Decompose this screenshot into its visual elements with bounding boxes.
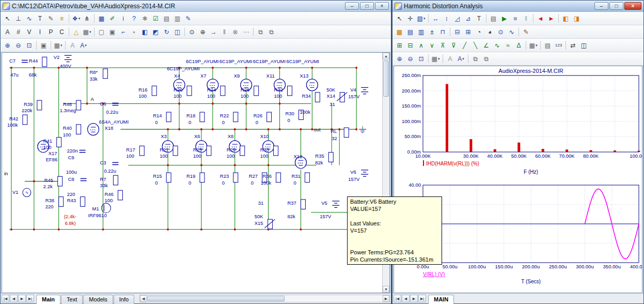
- numeric-output-icon[interactable]: 123: [553, 40, 564, 51]
- component-label[interactable]: V4: [350, 86, 356, 92]
- component-label[interactable]: R29: [227, 146, 235, 152]
- component-label[interactable]: R28: [241, 86, 249, 92]
- zoom-out-icon[interactable]: ⊖: [405, 53, 416, 64]
- component-label[interactable]: 100: [260, 153, 269, 159]
- ruler-icon[interactable]: ▥: [416, 26, 427, 37]
- component-label[interactable]: R17: [126, 146, 135, 152]
- component-label[interactable]: R39: [24, 101, 33, 107]
- text-tool[interactable]: T: [35, 13, 45, 24]
- component-label[interactable]: R19: [186, 173, 195, 179]
- component-label[interactable]: 31: [258, 200, 264, 206]
- component-label[interactable]: V6: [350, 169, 356, 175]
- horizontal-axis-icon[interactable]: ⊟: [452, 26, 463, 37]
- component-label[interactable]: R27: [249, 173, 258, 179]
- component-label[interactable]: 82k: [287, 214, 295, 219]
- harmonic-bar[interactable]: [517, 143, 520, 152]
- component-label[interactable]: X17: [49, 150, 57, 156]
- pan-tool[interactable]: ✛: [405, 13, 416, 24]
- component-label[interactable]: R45: [44, 177, 53, 183]
- flip-v-icon[interactable]: ◩: [150, 26, 161, 37]
- zoom-in-icon[interactable]: ⊕: [394, 53, 405, 64]
- edit2-icon[interactable]: ✎: [183, 13, 194, 24]
- node-numbers-icon[interactable]: #: [13, 26, 24, 37]
- component-label[interactable]: C8: [68, 176, 74, 181]
- mirror-icon[interactable]: ◫: [172, 26, 183, 37]
- warning-icon[interactable]: △: [71, 26, 82, 37]
- component-label[interactable]: 100: [174, 93, 182, 99]
- minimize-button[interactable]: –: [594, 2, 608, 10]
- font-b-icon[interactable]: A▾: [455, 53, 466, 64]
- condition-icon[interactable]: C: [56, 26, 67, 37]
- component-label[interactable]: A: [91, 96, 95, 102]
- component-label[interactable]: 0: [222, 119, 225, 125]
- component-label[interactable]: 100u: [66, 169, 77, 175]
- horizontal-scrollbar[interactable]: ◀ ▶: [139, 295, 390, 302]
- right-titlebar[interactable]: Harmonic Distortion Analysis –□×: [392, 1, 643, 12]
- go-right-icon[interactable]: ◨: [571, 13, 582, 24]
- component-label[interactable]: 100: [274, 93, 282, 99]
- component-label[interactable]: 100: [241, 93, 249, 99]
- font-a-icon[interactable]: A: [67, 40, 78, 51]
- cursor-pair-icon[interactable]: ◫: [578, 40, 589, 51]
- harmonic-bar[interactable]: [446, 84, 448, 152]
- harmonic-bar[interactable]: [638, 151, 640, 152]
- tab-models[interactable]: Models: [83, 295, 113, 304]
- copy-stack-icon[interactable]: ⧉: [255, 26, 266, 37]
- component-label[interactable]: X13: [300, 72, 308, 78]
- text-tool[interactable]: T: [474, 13, 484, 24]
- rotate-icon[interactable]: ↻: [161, 26, 172, 37]
- flip-h-icon[interactable]: ◧: [139, 26, 150, 37]
- doc-icon[interactable]: ▤: [161, 13, 172, 24]
- component-label[interactable]: 400V: [60, 63, 72, 69]
- component-label[interactable]: R33: [260, 146, 269, 152]
- high-icon[interactable]: ⊼: [437, 40, 448, 51]
- legend-label[interactable]: IHD(HARM(v(RL))) (%): [426, 161, 479, 166]
- add-grid-icon[interactable]: ⊞: [394, 40, 405, 51]
- component-label[interactable]: M1: [92, 205, 99, 211]
- vertical-axis-icon[interactable]: ⊞: [463, 26, 474, 37]
- connector-tool[interactable]: ⋔: [82, 13, 92, 24]
- vscroll-thumb[interactable]: [383, 60, 389, 97]
- zoom-window-icon[interactable]: ⊡: [416, 53, 427, 64]
- component-label[interactable]: 0: [189, 119, 191, 125]
- component-label[interactable]: 2.2k: [43, 184, 53, 189]
- component-label[interactable]: 6C19P_AYUMI: [287, 58, 319, 64]
- schematic-canvas[interactable]: ∿C747uR4468kV2400VR8*33kA6C19P_AYUMI6C19…: [2, 53, 382, 292]
- grid-menu-icon[interactable]: ▦▾: [53, 40, 64, 51]
- close-button[interactable]: ×: [624, 2, 641, 10]
- component-menu[interactable]: ❖▾: [71, 13, 82, 24]
- grid-icon[interactable]: ▦▾: [82, 26, 92, 37]
- go-left-icon[interactable]: ◧: [560, 13, 571, 24]
- annotate-icon[interactable]: ✐: [107, 13, 118, 24]
- component-label[interactable]: 220k: [22, 108, 33, 113]
- component-label[interactable]: out: [313, 127, 320, 132]
- tab-main[interactable]: Main: [36, 295, 60, 304]
- component-label[interactable]: 0: [287, 117, 290, 123]
- bus-tool[interactable]: ≡: [56, 13, 67, 24]
- ground-tool[interactable]: ⊥: [13, 13, 24, 24]
- sheet2-icon[interactable]: ▣: [107, 26, 118, 37]
- report-icon[interactable]: ▤: [542, 40, 553, 51]
- component-label[interactable]: 100: [207, 93, 215, 99]
- cursor-left-icon[interactable]: ◄: [535, 13, 546, 24]
- component-label[interactable]: EF86: [46, 157, 58, 162]
- pause-icon[interactable]: ‖: [219, 26, 230, 37]
- component-label[interactable]: R21: [160, 146, 168, 152]
- harmonic-bar[interactable]: [542, 149, 544, 152]
- probe-icon[interactable]: ⊙: [495, 26, 506, 37]
- component-label[interactable]: 0: [256, 119, 258, 125]
- component-label[interactable]: 100k: [7, 122, 18, 128]
- harmonic-bar[interactable]: [566, 149, 568, 152]
- component-label[interactable]: R15: [153, 173, 162, 179]
- prev-tab-button[interactable]: ◀: [10, 295, 18, 302]
- component-label[interactable]: RL: [331, 128, 337, 134]
- component-label[interactable]: IRF9610: [88, 212, 107, 218]
- next-tab-button[interactable]: ▶: [18, 295, 26, 302]
- scroll-up-button[interactable]: ▲: [383, 53, 389, 59]
- rise-icon[interactable]: ╱: [459, 40, 470, 51]
- component-label[interactable]: X4: [174, 72, 180, 78]
- component-label[interactable]: R46: [104, 191, 113, 196]
- harmonic-bar[interactable]: [614, 150, 616, 152]
- component-label[interactable]: R34: [302, 93, 311, 99]
- component-label[interactable]: 100: [227, 153, 235, 159]
